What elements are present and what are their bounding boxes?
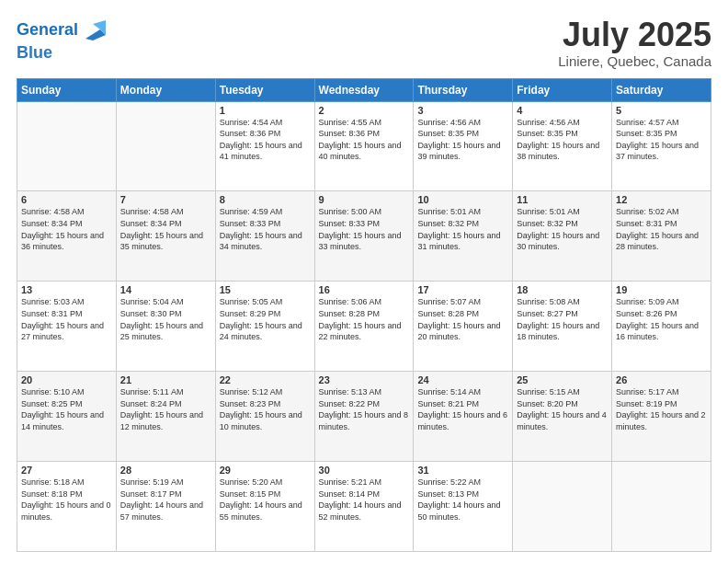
day-number: 3: [417, 105, 508, 116]
day-info: Sunrise: 4:58 AMSunset: 8:34 PMDaylight:…: [120, 206, 211, 252]
cal-cell-w1-d0: 6Sunrise: 4:58 AMSunset: 8:34 PMDaylight…: [17, 191, 117, 282]
day-info: Sunrise: 5:10 AMSunset: 8:25 PMDaylight:…: [21, 386, 112, 432]
day-info: Sunrise: 5:07 AMSunset: 8:28 PMDaylight:…: [417, 296, 508, 342]
day-info: Sunrise: 5:03 AMSunset: 8:31 PMDaylight:…: [21, 296, 112, 342]
day-info: Sunrise: 4:56 AMSunset: 8:35 PMDaylight:…: [517, 117, 608, 163]
cal-cell-w3-d3: 23Sunrise: 5:13 AMSunset: 8:22 PMDayligh…: [314, 372, 414, 462]
week-row-0: 1Sunrise: 4:54 AMSunset: 8:36 PMDaylight…: [17, 101, 711, 191]
cal-cell-w0-d2: 1Sunrise: 4:54 AMSunset: 8:36 PMDaylight…: [215, 101, 314, 191]
cal-cell-w2-d1: 14Sunrise: 5:04 AMSunset: 8:30 PMDayligh…: [116, 282, 215, 372]
day-info: Sunrise: 5:08 AMSunset: 8:27 PMDaylight:…: [517, 296, 608, 342]
day-info: Sunrise: 5:09 AMSunset: 8:26 PMDaylight:…: [616, 296, 707, 342]
day-number: 6: [21, 194, 112, 205]
main-title: July 2025: [558, 17, 711, 53]
cal-cell-w4-d5: [513, 462, 612, 552]
header-wednesday: Wednesday: [314, 78, 414, 101]
cal-cell-w2-d5: 18Sunrise: 5:08 AMSunset: 8:27 PMDayligh…: [513, 282, 612, 372]
day-info: Sunrise: 5:19 AMSunset: 8:17 PMDaylight:…: [120, 477, 211, 523]
cal-cell-w0-d5: 4Sunrise: 4:56 AMSunset: 8:35 PMDaylight…: [513, 101, 612, 191]
header-monday: Monday: [116, 78, 215, 101]
cal-cell-w1-d3: 9Sunrise: 5:00 AMSunset: 8:33 PMDaylight…: [314, 191, 414, 282]
cal-cell-w1-d1: 7Sunrise: 4:58 AMSunset: 8:34 PMDaylight…: [116, 191, 215, 282]
day-number: 21: [120, 374, 211, 385]
day-info: Sunrise: 5:00 AMSunset: 8:33 PMDaylight:…: [319, 206, 410, 252]
cal-cell-w0-d0: [17, 101, 117, 191]
day-number: 7: [120, 194, 211, 205]
day-number: 8: [220, 194, 311, 205]
cal-cell-w0-d3: 2Sunrise: 4:55 AMSunset: 8:36 PMDaylight…: [314, 101, 414, 191]
day-number: 22: [220, 374, 311, 385]
day-info: Sunrise: 5:06 AMSunset: 8:28 PMDaylight:…: [319, 296, 410, 342]
day-info: Sunrise: 4:54 AMSunset: 8:36 PMDaylight:…: [220, 117, 311, 163]
cal-cell-w1-d5: 11Sunrise: 5:01 AMSunset: 8:32 PMDayligh…: [513, 191, 612, 282]
cal-cell-w3-d0: 20Sunrise: 5:10 AMSunset: 8:25 PMDayligh…: [17, 372, 117, 462]
day-info: Sunrise: 4:56 AMSunset: 8:35 PMDaylight:…: [417, 117, 508, 163]
day-number: 18: [517, 284, 608, 295]
cal-cell-w1-d6: 12Sunrise: 5:02 AMSunset: 8:31 PMDayligh…: [612, 191, 711, 282]
day-number: 27: [21, 465, 112, 476]
cal-cell-w4-d1: 28Sunrise: 5:19 AMSunset: 8:17 PMDayligh…: [116, 462, 215, 552]
title-block: July 2025 Liniere, Quebec, Canada: [558, 17, 711, 69]
cal-cell-w4-d4: 31Sunrise: 5:22 AMSunset: 8:13 PMDayligh…: [414, 462, 513, 552]
day-number: 30: [319, 465, 410, 476]
cal-cell-w3-d4: 24Sunrise: 5:14 AMSunset: 8:21 PMDayligh…: [414, 372, 513, 462]
cal-cell-w3-d2: 22Sunrise: 5:12 AMSunset: 8:23 PMDayligh…: [215, 372, 314, 462]
week-row-4: 27Sunrise: 5:18 AMSunset: 8:18 PMDayligh…: [17, 462, 711, 552]
logo-text2: Blue: [17, 44, 52, 63]
day-number: 25: [517, 374, 608, 385]
logo: General Blue: [17, 17, 108, 63]
day-info: Sunrise: 5:21 AMSunset: 8:14 PMDaylight:…: [319, 477, 410, 523]
week-row-1: 6Sunrise: 4:58 AMSunset: 8:34 PMDaylight…: [17, 191, 711, 282]
header-friday: Friday: [513, 78, 612, 101]
header: General Blue July 2025 Liniere, Quebec, …: [17, 17, 711, 69]
day-number: 10: [417, 194, 508, 205]
day-number: 31: [417, 465, 508, 476]
day-number: 9: [319, 194, 410, 205]
day-number: 5: [616, 105, 707, 116]
day-info: Sunrise: 5:11 AMSunset: 8:24 PMDaylight:…: [120, 386, 211, 432]
day-info: Sunrise: 5:18 AMSunset: 8:18 PMDaylight:…: [21, 477, 112, 523]
day-number: 4: [517, 105, 608, 116]
header-saturday: Saturday: [612, 78, 711, 101]
day-number: 15: [220, 284, 311, 295]
day-number: 11: [517, 194, 608, 205]
day-number: 13: [21, 284, 112, 295]
day-info: Sunrise: 5:02 AMSunset: 8:31 PMDaylight:…: [616, 206, 707, 252]
day-number: 12: [616, 194, 707, 205]
week-row-3: 20Sunrise: 5:10 AMSunset: 8:25 PMDayligh…: [17, 372, 711, 462]
cal-cell-w4-d0: 27Sunrise: 5:18 AMSunset: 8:18 PMDayligh…: [17, 462, 117, 552]
day-number: 17: [417, 284, 508, 295]
day-info: Sunrise: 4:58 AMSunset: 8:34 PMDaylight:…: [21, 206, 112, 252]
week-row-2: 13Sunrise: 5:03 AMSunset: 8:31 PMDayligh…: [17, 282, 711, 372]
day-number: 2: [319, 105, 410, 116]
day-number: 16: [319, 284, 410, 295]
cal-cell-w4-d2: 29Sunrise: 5:20 AMSunset: 8:15 PMDayligh…: [215, 462, 314, 552]
day-number: 20: [21, 374, 112, 385]
cal-cell-w2-d3: 16Sunrise: 5:06 AMSunset: 8:28 PMDayligh…: [314, 282, 414, 372]
logo-text: General: [17, 21, 78, 40]
cal-cell-w0-d6: 5Sunrise: 4:57 AMSunset: 8:35 PMDaylight…: [612, 101, 711, 191]
cal-cell-w4-d6: [612, 462, 711, 552]
day-number: 14: [120, 284, 211, 295]
cal-cell-w4-d3: 30Sunrise: 5:21 AMSunset: 8:14 PMDayligh…: [314, 462, 414, 552]
day-number: 19: [616, 284, 707, 295]
page: General Blue July 2025 Liniere, Quebec, …: [0, 0, 728, 563]
day-info: Sunrise: 5:15 AMSunset: 8:20 PMDaylight:…: [517, 386, 608, 432]
day-info: Sunrise: 5:01 AMSunset: 8:32 PMDaylight:…: [417, 206, 508, 252]
calendar-table: Sunday Monday Tuesday Wednesday Thursday…: [17, 78, 711, 552]
day-number: 24: [417, 374, 508, 385]
header-sunday: Sunday: [17, 78, 117, 101]
day-number: 29: [220, 465, 311, 476]
logo-icon: [80, 17, 108, 44]
cal-cell-w0-d1: [116, 101, 215, 191]
cal-cell-w1-d4: 10Sunrise: 5:01 AMSunset: 8:32 PMDayligh…: [414, 191, 513, 282]
cal-cell-w2-d0: 13Sunrise: 5:03 AMSunset: 8:31 PMDayligh…: [17, 282, 117, 372]
day-info: Sunrise: 5:05 AMSunset: 8:29 PMDaylight:…: [220, 296, 311, 342]
cal-cell-w2-d6: 19Sunrise: 5:09 AMSunset: 8:26 PMDayligh…: [612, 282, 711, 372]
cal-cell-w0-d4: 3Sunrise: 4:56 AMSunset: 8:35 PMDaylight…: [414, 101, 513, 191]
day-info: Sunrise: 5:04 AMSunset: 8:30 PMDaylight:…: [120, 296, 211, 342]
day-info: Sunrise: 5:12 AMSunset: 8:23 PMDaylight:…: [220, 386, 311, 432]
cal-cell-w1-d2: 8Sunrise: 4:59 AMSunset: 8:33 PMDaylight…: [215, 191, 314, 282]
day-info: Sunrise: 5:14 AMSunset: 8:21 PMDaylight:…: [417, 386, 508, 432]
header-thursday: Thursday: [414, 78, 513, 101]
